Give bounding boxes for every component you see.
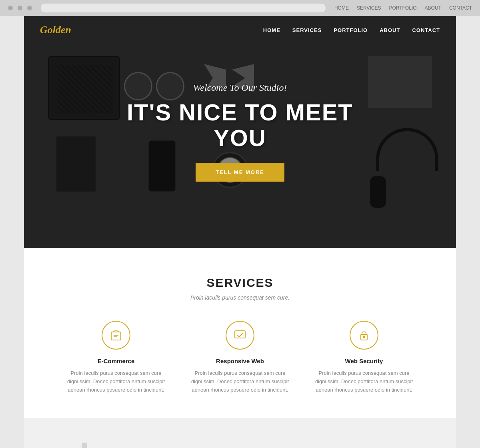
responsive-icon [226,321,254,350]
services-section-title: SERVICES [40,276,440,290]
ecommerce-icon [102,321,130,350]
service-ecommerce: E-Commerce Proin iaculis purus consequat… [66,321,166,394]
hero-subtitle: Welcome To Our Studio! [100,82,380,93]
hero-title: IT'S NICE TO MEET YOU [100,100,380,151]
nav-contact[interactable]: CONTACT [412,27,440,33]
browser-url-bar[interactable] [41,4,326,12]
browser-dot-2 [18,6,22,10]
responsive-title: Responsive Web [190,358,290,364]
security-title: Web Security [314,358,414,364]
browser-dot-1 [8,6,13,10]
svg-rect-3 [235,331,245,338]
site-wrapper: Golden HOME SERVICES PORTFOLIO ABOUT CON… [24,16,456,448]
browser-bar: HOME SERVICES PORTFOLIO ABOUT CONTACT [0,0,480,16]
nav-links: HOME SERVICES PORTFOLIO ABOUT CONTACT [263,26,440,34]
nav-portfolio[interactable]: PORTFOLIO [334,27,368,33]
nav-contact-tab[interactable]: CONTACT [449,5,472,11]
svg-point-5 [363,336,365,338]
ecommerce-description: Proin iaculis purus consequat sem cure d… [66,369,166,394]
services-section-subtitle: Proin iaculis purus consequat sem cure. [40,294,440,301]
site-logo[interactable]: Golden [40,24,71,36]
ecommerce-title: E-Commerce [66,358,166,364]
service-security: Web Security Proin iaculis purus consequ… [314,321,414,394]
nav-about-tab[interactable]: ABOUT [425,5,441,11]
services-section: SERVICES Proin iaculis purus consequat s… [24,248,456,418]
nav-services-tab[interactable]: SERVICES [357,5,381,11]
security-description: Proin iaculis purus consequat sem cure d… [314,369,414,394]
nav-portfolio-tab[interactable]: PORTFOLIO [389,5,416,11]
navbar: Golden HOME SERVICES PORTFOLIO ABOUT CON… [24,16,456,44]
security-icon [350,321,378,350]
svg-rect-0 [111,332,121,340]
hero-section: Golden HOME SERVICES PORTFOLIO ABOUT CON… [24,16,456,248]
services-grid: E-Commerce Proin iaculis purus consequat… [60,321,420,394]
ecommerce-svg-icon [110,329,122,342]
security-svg-icon [358,329,370,342]
hero-content: Welcome To Our Studio! IT'S NICE TO MEET… [100,82,380,182]
browser-dot-3 [27,6,32,10]
nav-home[interactable]: HOME [263,27,280,33]
watermark-right: 人 [400,446,424,448]
nav-home-tab[interactable]: HOME [334,5,349,11]
responsive-description: Proin iaculis purus consequat sem cure d… [190,369,290,394]
nav-services[interactable]: SERVICES [292,27,322,33]
bottom-section: 人 人 [24,418,456,448]
responsive-svg-icon [234,329,246,342]
service-responsive: Responsive Web Proin iaculis purus conse… [190,321,290,394]
watermark-left: 人 [64,436,104,448]
nav-about[interactable]: ABOUT [380,27,400,33]
browser-nav-tabs: HOME SERVICES PORTFOLIO ABOUT CONTACT [334,5,472,11]
hero-cta-button[interactable]: TELL ME MORE [196,163,284,182]
